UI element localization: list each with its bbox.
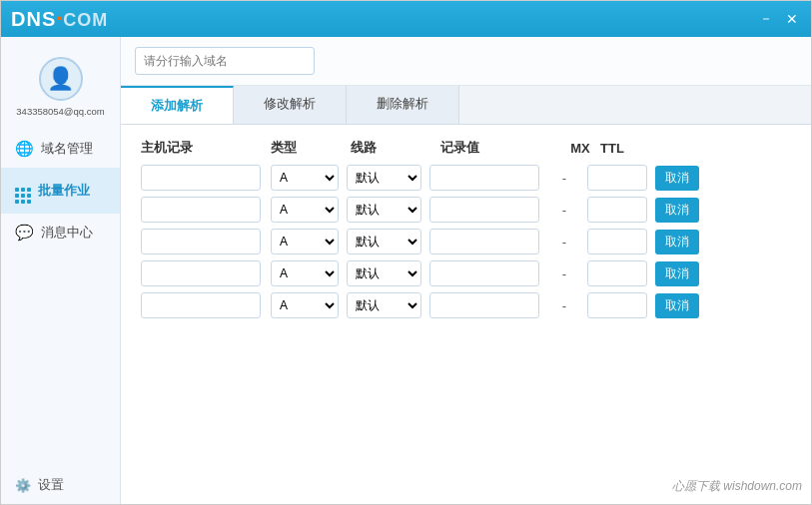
line-select-2[interactable]: 默认电信联通	[347, 229, 421, 254]
content-area: 添加解析 修改解析 删除解析 主机记录 类型 线路 记录值 MX TTL ACN…	[121, 37, 811, 505]
sidebar-item-batch[interactable]: 批量作业	[1, 168, 120, 214]
main-layout: 👤 343358054@qq.com 🌐 域名管理 批量作业	[1, 37, 811, 505]
line-select-0[interactable]: 默认电信联通	[347, 165, 421, 191]
line-select-1[interactable]: 默认电信联通	[347, 197, 421, 223]
settings-label: 设置	[38, 476, 64, 494]
cancel-button-2[interactable]: 取消	[655, 230, 699, 254]
settings-icon: ⚙️	[15, 478, 31, 493]
sidebar-item-label-message: 消息中心	[41, 224, 93, 242]
logo-dns: DNS	[11, 8, 56, 30]
type-select-2[interactable]: ACNAMEMXTXT	[271, 229, 339, 254]
host-input-4[interactable]	[141, 292, 261, 318]
tab-add[interactable]: 添加解析	[121, 86, 234, 124]
grid-icon	[15, 178, 31, 204]
value-input-2[interactable]	[429, 229, 539, 254]
tab-modify[interactable]: 修改解析	[234, 86, 347, 124]
table-row: ACNAMEMXTXT 默认电信联通 - 取消	[141, 260, 791, 286]
type-select-4[interactable]: ACNAMEMXTXT	[271, 292, 339, 318]
mx-value-1: -	[549, 203, 579, 218]
title-bar: DNS·COM － ✕	[1, 1, 811, 37]
ttl-input-4[interactable]	[587, 292, 647, 318]
domain-input[interactable]	[135, 47, 315, 75]
mx-value-0: -	[549, 171, 579, 186]
host-input-2[interactable]	[141, 229, 261, 254]
settings-item[interactable]: ⚙️ 设置	[1, 464, 120, 505]
sidebar: 👤 343358054@qq.com 🌐 域名管理 批量作业	[1, 37, 121, 505]
ttl-input-2[interactable]	[587, 229, 647, 254]
host-input-3[interactable]	[141, 260, 261, 286]
line-select-3[interactable]: 默认电信联通	[347, 260, 421, 286]
logo: DNS·COM	[11, 6, 108, 32]
globe-icon: 🌐	[15, 140, 34, 158]
close-button[interactable]: ✕	[783, 10, 801, 28]
sidebar-nav: 🌐 域名管理 批量作业 💬 消息中心	[1, 130, 120, 464]
col-header-mx: MX	[560, 141, 600, 156]
table-row: ACNAMEMXTXT 默认电信联通 - 取消	[141, 292, 791, 318]
sidebar-item-label-domain: 域名管理	[41, 140, 93, 158]
tab-delete[interactable]: 删除解析	[347, 86, 459, 124]
col-header-value: 记录值	[440, 139, 560, 157]
sidebar-item-label-batch: 批量作业	[38, 182, 90, 200]
message-icon: 💬	[15, 224, 34, 242]
type-select-1[interactable]: ACNAMEMXTXT	[271, 197, 339, 223]
watermark: 心愿下载 wishdown.com	[672, 478, 802, 495]
table-area: 主机记录 类型 线路 记录值 MX TTL ACNAMEMXTXT 默认电信联通…	[121, 125, 811, 505]
table-header: 主机记录 类型 线路 记录值 MX TTL	[141, 139, 791, 157]
col-header-ttl: TTL	[600, 141, 670, 156]
table-row: ACNAMEMXTXT 默认电信联通 - 取消	[141, 197, 791, 223]
logo-com: COM	[63, 10, 108, 30]
col-header-line: 线路	[351, 139, 440, 157]
tabs-bar: 添加解析 修改解析 删除解析	[121, 86, 811, 125]
user-profile: 👤 343358054@qq.com	[1, 47, 120, 125]
host-input-0[interactable]	[141, 165, 261, 191]
avatar: 👤	[39, 57, 83, 101]
host-input-1[interactable]	[141, 197, 261, 223]
ttl-input-0[interactable]	[587, 165, 647, 191]
mx-value-2: -	[549, 235, 579, 250]
value-input-4[interactable]	[429, 292, 539, 318]
table-row: ACNAMEMXTXT 默认电信联通 - 取消	[141, 165, 791, 191]
sidebar-item-message[interactable]: 💬 消息中心	[1, 214, 120, 252]
minimize-button[interactable]: －	[757, 10, 775, 28]
value-input-1[interactable]	[429, 197, 539, 223]
mx-value-4: -	[549, 298, 579, 313]
value-input-3[interactable]	[429, 260, 539, 286]
ttl-input-1[interactable]	[587, 197, 647, 223]
cancel-button-3[interactable]: 取消	[655, 261, 699, 286]
cancel-button-4[interactable]: 取消	[655, 293, 699, 318]
col-header-type: 类型	[271, 139, 351, 157]
window-controls: － ✕	[757, 10, 801, 28]
type-select-3[interactable]: ACNAMEMXTXT	[271, 260, 339, 286]
table-row: ACNAMEMXTXT 默认电信联通 - 取消	[141, 229, 791, 254]
value-input-0[interactable]	[429, 165, 539, 191]
col-header-host: 主机记录	[141, 139, 271, 157]
sidebar-item-domain[interactable]: 🌐 域名管理	[1, 130, 120, 168]
user-email: 343358054@qq.com	[12, 106, 108, 117]
domain-input-bar	[121, 37, 811, 86]
ttl-input-3[interactable]	[587, 260, 647, 286]
line-select-4[interactable]: 默认电信联通	[347, 292, 421, 318]
mx-value-3: -	[549, 266, 579, 281]
cancel-button-0[interactable]: 取消	[655, 166, 699, 191]
cancel-button-1[interactable]: 取消	[655, 198, 699, 223]
type-select-0[interactable]: ACNAMEMXTXT	[271, 165, 339, 191]
